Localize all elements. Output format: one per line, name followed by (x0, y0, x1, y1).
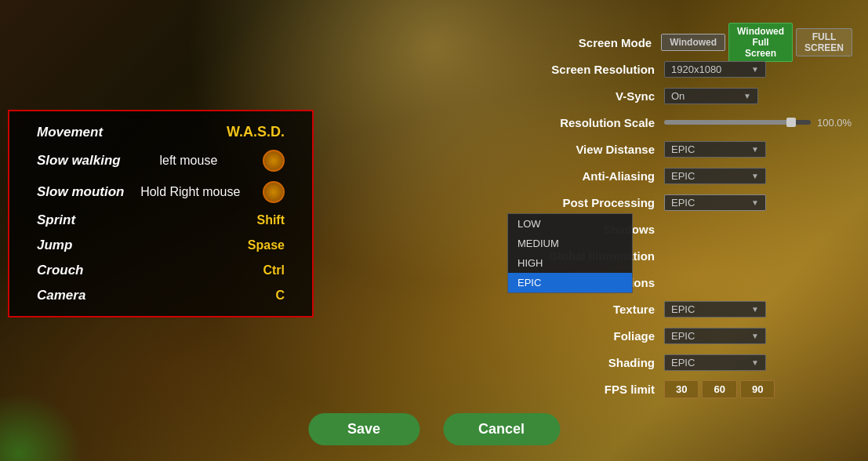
screen-resolution-dropdown[interactable]: 1920x1080 ▼ (664, 61, 766, 78)
resolution-scale-label: Resolution Scale (507, 116, 664, 129)
view-distance-label: View Distanse (507, 143, 664, 156)
vsync-arrow: ▼ (743, 92, 751, 100)
view-distance-arrow: ▼ (751, 145, 759, 154)
fps-90-button[interactable]: 90 (740, 380, 775, 398)
shading-value: EPIC (671, 357, 695, 368)
foliage-control: EPIC ▼ (664, 328, 852, 344)
screen-mode-controls: Windowed Windowed Full Screen FULL SCREE… (661, 23, 852, 62)
foliage-row: Foliage EPIC ▼ (507, 325, 852, 347)
fps-limit-control: 30 60 90 (664, 380, 852, 398)
slow-walking-icon (263, 150, 285, 172)
post-processing-row: Post Processing EPIC ▼ LOW MEDIUM HIGH E… (507, 191, 852, 213)
slow-walking-value: left mouse (159, 154, 217, 168)
vsync-row: V-Sync On ▼ (507, 85, 852, 107)
anti-aliasing-value: EPIC (671, 170, 695, 182)
texture-dropdown[interactable]: EPIC ▼ (664, 301, 766, 318)
corner-glow (0, 383, 94, 461)
foliage-label: Foliage (507, 329, 664, 343)
view-distance-row: View Distanse EPIC ▼ (507, 138, 852, 160)
controls-row-slow-walking: Slow walking left mouse (21, 145, 300, 176)
post-processing-dropdown[interactable]: EPIC ▼ (664, 194, 766, 211)
camera-value: C (275, 289, 285, 303)
jump-value: Spase (248, 238, 285, 252)
screen-resolution-arrow: ▼ (751, 65, 759, 74)
shading-label: Shading (507, 356, 664, 369)
shadows-dropdown-popup: LOW MEDIUM HIGH EPIC (507, 213, 633, 293)
resolution-scale-control: 100.0% (664, 117, 852, 129)
option-high[interactable]: HIGH (508, 253, 632, 273)
controls-row-crouch: Crouch Ctrl (21, 258, 300, 283)
fps-limit-label: FPS limit (507, 383, 664, 396)
screen-mode-label: Screen Mode (507, 36, 661, 49)
windowed-fullscreen-button[interactable]: Windowed Full Screen (728, 23, 793, 62)
movement-label: Movement (37, 125, 103, 140)
cancel-button[interactable]: Cancel (443, 413, 560, 445)
post-processing-value: EPIC (671, 197, 695, 209)
crouch-label: Crouch (37, 263, 84, 278)
resolution-scale-thumb[interactable] (786, 118, 796, 127)
anti-aliasing-label: Anti-Aliasing (507, 169, 664, 183)
vsync-value: On (671, 90, 685, 102)
anti-aliasing-arrow: ▼ (751, 172, 759, 180)
foliage-dropdown[interactable]: EPIC ▼ (664, 328, 766, 344)
save-button[interactable]: Save (308, 413, 419, 445)
foliage-arrow: ▼ (751, 332, 759, 340)
texture-arrow: ▼ (751, 305, 759, 314)
controls-row-camera: Camera C (21, 283, 300, 308)
texture-value: EPIC (671, 303, 695, 315)
anti-aliasing-dropdown[interactable]: EPIC ▼ (664, 168, 766, 184)
movement-value: W.A.S.D. (227, 124, 285, 140)
foliage-value: EPIC (671, 330, 695, 342)
controls-row-sprint: Sprint Shift (21, 208, 300, 233)
vsync-control: On ▼ (664, 88, 852, 104)
bottom-buttons: Save Cancel (308, 413, 560, 445)
resolution-scale-row: Resolution Scale 100.0% (507, 111, 852, 133)
anti-aliasing-row: Anti-Aliasing EPIC ▼ (507, 165, 852, 187)
view-distance-value: EPIC (671, 143, 695, 155)
shading-dropdown[interactable]: EPIC ▼ (664, 354, 766, 371)
post-processing-arrow: ▼ (751, 198, 759, 207)
option-epic[interactable]: EPIC (508, 273, 632, 292)
view-distance-dropdown[interactable]: EPIC ▼ (664, 141, 766, 158)
resolution-scale-track[interactable] (664, 120, 811, 125)
texture-control: EPIC ▼ (664, 301, 852, 318)
sprint-value: Shift (256, 213, 285, 227)
screen-resolution-row: Screen Resolution 1920x1080 ▼ (507, 58, 852, 80)
camera-label: Camera (37, 288, 85, 303)
settings-panel: Screen Mode Windowed Windowed Full Scree… (499, 24, 860, 412)
vsync-dropdown[interactable]: On ▼ (664, 88, 758, 104)
screen-resolution-control: 1920x1080 ▼ (664, 61, 852, 78)
controls-row-jump: Jump Spase (21, 233, 300, 258)
vsync-label: V-Sync (507, 89, 664, 103)
fps-60-button[interactable]: 60 (702, 380, 736, 398)
jump-label: Jump (37, 238, 72, 253)
screen-mode-row: Screen Mode Windowed Windowed Full Scree… (507, 31, 852, 53)
slow-motion-icon (263, 181, 285, 203)
controls-row-movement: Movement W.A.S.D. (21, 119, 300, 145)
windowed-button[interactable]: Windowed (661, 34, 725, 51)
screen-resolution-value: 1920x1080 (671, 64, 721, 75)
shading-arrow: ▼ (751, 358, 759, 367)
texture-label: Texture (507, 303, 664, 316)
option-medium[interactable]: MEDIUM (508, 234, 632, 253)
fullscreen-button[interactable]: FULL SCREEN (796, 28, 852, 56)
texture-row: Texture EPIC ▼ (507, 298, 852, 320)
slow-walking-label: Slow walking (37, 153, 121, 169)
screen-resolution-label: Screen Resolution (507, 63, 664, 76)
shading-row: Shading EPIC ▼ (507, 351, 852, 373)
fps-limit-row: FPS limit 30 60 90 (507, 378, 852, 400)
view-distance-control: EPIC ▼ (664, 141, 852, 158)
fps-30-button[interactable]: 30 (664, 380, 699, 398)
post-processing-label: Post Processing (507, 196, 664, 209)
anti-aliasing-control: EPIC ▼ (664, 168, 852, 184)
post-processing-control: EPIC ▼ LOW MEDIUM HIGH EPIC (664, 194, 852, 211)
crouch-value: Ctrl (263, 263, 285, 278)
slow-motion-label: Slow moution (37, 184, 124, 200)
shading-control: EPIC ▼ (664, 354, 852, 371)
sprint-label: Sprint (37, 212, 75, 228)
slow-motion-value: Hold Right mouse (140, 185, 240, 199)
resolution-scale-value: 100.0% (817, 117, 852, 129)
controls-panel: Movement W.A.S.D. Slow walking left mous… (8, 110, 314, 318)
controls-row-slow-motion: Slow moution Hold Right mouse (21, 176, 300, 208)
option-low[interactable]: LOW (508, 214, 632, 234)
